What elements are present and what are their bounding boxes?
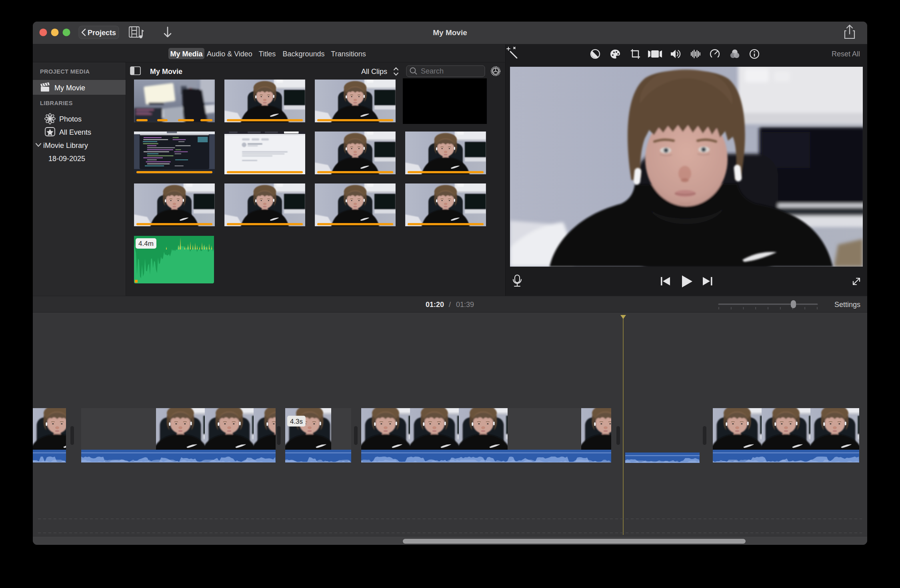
svg-text:01:39: 01:39 <box>456 301 474 309</box>
svg-text:Settings: Settings <box>834 301 860 309</box>
svg-text:4.4m: 4.4m <box>138 240 154 247</box>
svg-text:Projects: Projects <box>88 29 116 37</box>
svg-text:PROJECT MEDIA: PROJECT MEDIA <box>40 68 90 75</box>
svg-text:Backgrounds: Backgrounds <box>282 50 324 58</box>
svg-text:Audio & Video: Audio & Video <box>207 50 252 58</box>
svg-text:My Movie: My Movie <box>54 84 85 92</box>
svg-text:All Clips: All Clips <box>361 68 387 76</box>
svg-text:01:20: 01:20 <box>426 301 444 309</box>
svg-text:Transitions: Transitions <box>331 50 366 58</box>
svg-text:iMovie Library: iMovie Library <box>43 142 88 149</box>
svg-text:18-09-2025: 18-09-2025 <box>48 155 85 163</box>
svg-text:All Events: All Events <box>59 128 91 136</box>
svg-text:Photos: Photos <box>59 115 82 123</box>
svg-text:Search: Search <box>421 67 444 75</box>
svg-text:My Movie: My Movie <box>433 28 467 37</box>
svg-text:4.3s: 4.3s <box>290 418 303 425</box>
svg-text:Reset All: Reset All <box>832 50 860 58</box>
svg-text:/: / <box>449 301 451 309</box>
svg-text:Titles: Titles <box>259 50 276 58</box>
svg-text:My Movie: My Movie <box>150 68 182 76</box>
svg-text:My Media: My Media <box>170 50 203 58</box>
svg-text:LIBRARIES: LIBRARIES <box>40 100 73 106</box>
